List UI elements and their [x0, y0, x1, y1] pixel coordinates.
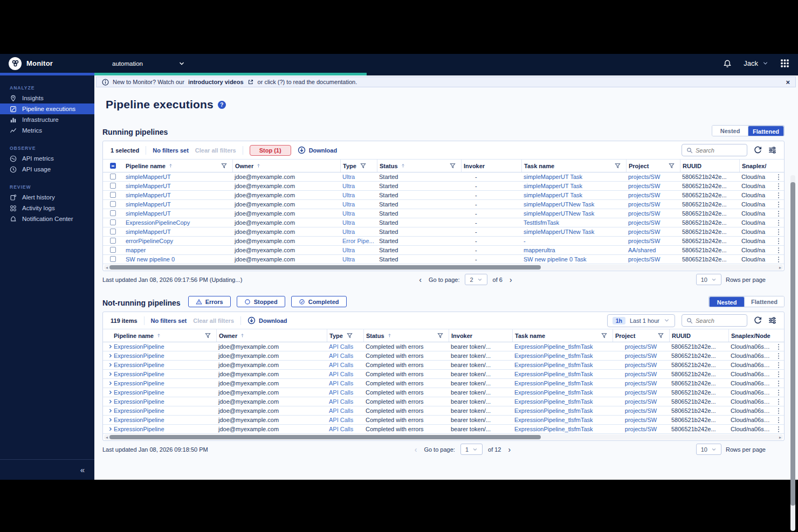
col-pipeline-name[interactable]: Pipeline name — [112, 329, 216, 342]
sidebar-item-metrics[interactable]: Metrics — [0, 125, 94, 136]
cell-type[interactable]: Ultra — [340, 219, 377, 226]
filter-icon[interactable] — [615, 163, 621, 169]
sidebar-item-insights[interactable]: Insights — [0, 93, 94, 103]
cell-project[interactable]: projects/SW — [613, 398, 669, 405]
cell-pipeline-name[interactable]: simpleMapperUT — [123, 229, 232, 235]
cell-task-name[interactable]: ExpressionPipeline_tlsfmTask — [512, 407, 613, 414]
row-checkbox[interactable] — [110, 210, 116, 216]
cell-project[interactable]: projects/SW — [613, 407, 669, 414]
cell-project[interactable]: projects/SW — [626, 229, 680, 235]
clear-all-filters-button[interactable]: Clear all filters — [195, 147, 236, 154]
running-search-input[interactable] — [696, 147, 739, 154]
cell-task-name[interactable]: ExpressionPipeline_tlsfmTask — [512, 343, 613, 350]
running-column-settings-icon[interactable] — [768, 146, 776, 154]
cell-task-name[interactable]: ExpressionPipeline_tlsfmTask — [512, 389, 613, 396]
row-menu-icon[interactable] — [773, 426, 784, 433]
row-menu-icon[interactable] — [773, 353, 784, 360]
row-menu-icon[interactable] — [773, 256, 784, 263]
table-row[interactable]: ExpressionPipeline jdoe@myexample.com AP… — [103, 361, 784, 370]
not-running-nested-button[interactable]: Nested — [709, 296, 745, 307]
table-row[interactable]: ExpressionPipeline jdoe@myexample.com AP… — [103, 388, 784, 397]
filter-icon[interactable] — [669, 163, 675, 169]
row-menu-icon[interactable] — [773, 371, 784, 378]
cell-pipeline-name[interactable]: ExpressionPipeline — [112, 426, 216, 432]
sidebar-item-activity-logs[interactable]: Activity logs — [0, 203, 94, 213]
cell-project[interactable]: projects/SW — [613, 371, 669, 377]
cell-task-name[interactable]: ExpressionPipeline_tlsfmTask — [512, 426, 613, 432]
cell-pipeline-name[interactable]: simpleMapperUT — [123, 201, 232, 208]
cell-task-name[interactable]: simpleMapperUTNew Task — [521, 210, 626, 217]
row-menu-icon[interactable] — [773, 417, 784, 424]
row-menu-icon[interactable] — [773, 210, 784, 217]
filter-icon[interactable] — [221, 163, 227, 169]
cell-pipeline-name[interactable]: ExpressionPipeline — [112, 417, 216, 423]
completed-filter-button[interactable]: Completed — [291, 296, 347, 307]
cell-project[interactable]: projects/SW — [613, 343, 669, 350]
cell-type[interactable]: API Calls — [327, 389, 363, 396]
sidebar-item-notification-center[interactable]: Notification Center — [0, 213, 94, 224]
cell-task-name[interactable]: ExpressionPipeline_tlsfmTask — [512, 417, 613, 423]
cell-project[interactable]: projects/SW — [626, 256, 680, 262]
prev-page-icon[interactable]: ‹ — [417, 275, 423, 284]
sidebar-item-api-usage[interactable]: API usage — [0, 164, 94, 175]
page-select[interactable]: 1 — [460, 444, 483, 455]
select-all-checkbox[interactable] — [110, 163, 116, 169]
not-running-horizontal-scrollbar[interactable]: ◂ ▸ — [104, 434, 783, 440]
cell-type[interactable]: API Calls — [327, 353, 363, 359]
cell-project[interactable]: projects/SW — [626, 219, 680, 226]
col-project[interactable]: Project — [626, 160, 680, 172]
cell-pipeline-name[interactable]: simpleMapperUT — [123, 183, 232, 189]
cell-type[interactable]: API Calls — [327, 407, 363, 414]
row-checkbox[interactable] — [110, 183, 116, 189]
scroll-right-icon[interactable]: ▸ — [778, 435, 783, 440]
row-checkbox[interactable] — [110, 201, 116, 207]
cell-project[interactable]: projects/SW — [613, 353, 669, 359]
cell-pipeline-name[interactable]: simpleMapperUT — [123, 174, 232, 180]
table-row[interactable]: ExpressionPipeline jdoe@myexample.com AP… — [103, 370, 784, 379]
filter-icon[interactable] — [360, 163, 366, 169]
table-row[interactable]: simpleMapperUT jdoe@myexample.com Ultra … — [103, 209, 784, 218]
running-download-button[interactable]: Download — [298, 146, 338, 154]
errors-filter-button[interactable]: Errors — [188, 296, 231, 307]
row-menu-icon[interactable] — [773, 174, 784, 181]
filter-icon[interactable] — [205, 333, 211, 338]
row-menu-icon[interactable] — [773, 343, 784, 350]
cell-type[interactable]: Ultra — [340, 174, 377, 180]
cell-type[interactable]: Ultra — [340, 183, 377, 189]
row-menu-icon[interactable] — [773, 238, 784, 245]
row-checkbox[interactable] — [110, 192, 116, 198]
page-vertical-scrollbar[interactable] — [790, 175, 795, 531]
cell-task-name[interactable]: simpleMapperUT Task — [521, 183, 626, 189]
cell-task-name[interactable]: TesttlsfmTask — [521, 219, 626, 226]
table-row[interactable]: simpleMapperUT jdoe@myexample.com Ultra … — [103, 191, 784, 200]
col-type[interactable]: Type — [327, 329, 363, 342]
not-running-flattened-button[interactable]: Flattened — [745, 296, 784, 307]
row-menu-icon[interactable] — [773, 389, 784, 396]
stopped-filter-button[interactable]: Stopped — [237, 296, 285, 307]
scroll-left-icon[interactable]: ◂ — [104, 265, 109, 270]
next-page-icon[interactable]: › — [506, 445, 512, 454]
cell-pipeline-name[interactable]: simpleMapperUT — [123, 210, 232, 217]
row-menu-icon[interactable] — [773, 362, 784, 369]
row-menu-icon[interactable] — [773, 407, 784, 414]
banner-close-icon[interactable]: × — [786, 79, 790, 86]
filter-icon[interactable] — [658, 333, 664, 338]
sidebar-item-infrastructure[interactable]: Infrastructure — [0, 114, 94, 125]
cell-pipeline-name[interactable]: ExpressionPipeline — [112, 371, 216, 377]
stop-button[interactable]: Stop (1) — [250, 145, 291, 156]
col-project[interactable]: Project — [613, 329, 669, 342]
cell-type[interactable]: API Calls — [327, 371, 363, 377]
not-running-refresh-icon[interactable] — [754, 316, 762, 324]
cell-pipeline-name[interactable]: mapper — [123, 247, 232, 253]
cell-project[interactable]: projects/SW — [626, 174, 680, 180]
row-checkbox[interactable] — [110, 247, 116, 253]
sidebar-item-api-metrics[interactable]: API metrics — [0, 153, 94, 164]
filter-icon[interactable] — [450, 163, 456, 169]
running-horizontal-scrollbar[interactable]: ◂ ▸ — [104, 265, 783, 270]
app-switcher-grid-icon[interactable] — [780, 59, 789, 68]
cell-type[interactable]: Ultra — [340, 247, 377, 253]
filter-icon[interactable] — [437, 333, 443, 338]
row-checkbox[interactable] — [110, 174, 116, 179]
notifications-bell-icon[interactable] — [723, 59, 732, 68]
scroll-left-icon[interactable]: ◂ — [104, 435, 109, 440]
